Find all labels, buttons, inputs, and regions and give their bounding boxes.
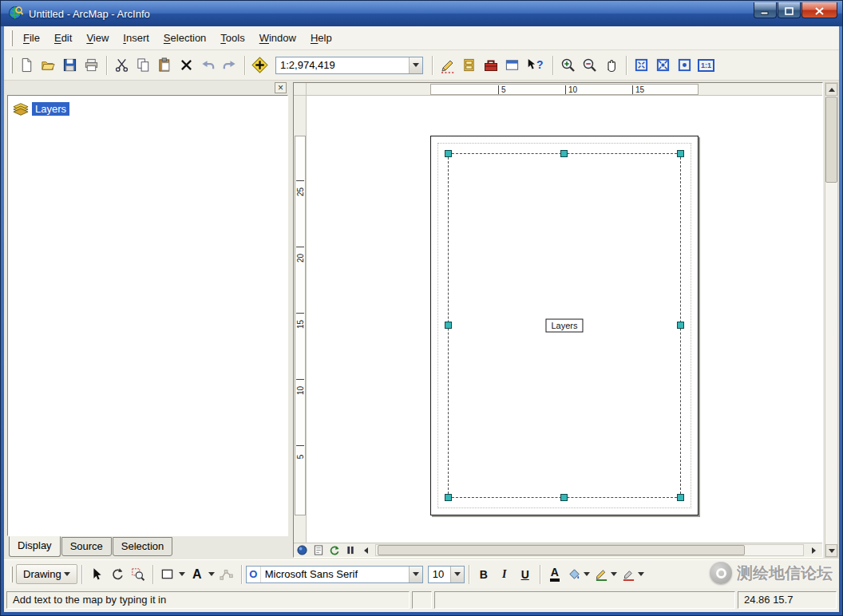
delete-button[interactable] (176, 54, 197, 76)
font-family-value[interactable]: Microsoft Sans Serif (261, 567, 409, 582)
tab-display[interactable]: Display (9, 536, 61, 557)
layout-page[interactable]: Layers (430, 136, 699, 515)
zoom-whole-page-button[interactable] (295, 544, 309, 556)
menu-tools[interactable]: Tools (213, 29, 251, 47)
arctoolbox-button[interactable] (480, 54, 501, 76)
map-scale-dropdown-button[interactable] (409, 57, 422, 73)
maximize-button[interactable] (778, 2, 801, 18)
open-button[interactable] (38, 54, 59, 76)
ruler-tick-line (296, 379, 304, 380)
save-button[interactable] (59, 54, 81, 76)
menu-window[interactable]: Window (252, 29, 303, 47)
selection-handle-bottom-middle[interactable] (560, 494, 568, 501)
minimize-button[interactable] (754, 2, 777, 18)
vscroll-up-button[interactable] (825, 83, 837, 96)
zoom-100-button[interactable]: 1:1 (695, 54, 717, 76)
ruler-tick: 10 (296, 383, 305, 399)
drawing-menu-button[interactable]: Drawing (16, 564, 77, 584)
select-elements-button[interactable] (86, 564, 107, 585)
data-view-toggle-button[interactable] (311, 544, 325, 556)
text-tool-dropdown-button[interactable] (208, 565, 216, 584)
selection-handle-middle-left[interactable] (445, 322, 452, 329)
toc-layers-item[interactable]: Layers (13, 102, 283, 116)
map-scale-value[interactable]: 1:2,974,419 (276, 57, 409, 73)
shape-tool-button[interactable] (157, 564, 178, 585)
save-icon (62, 57, 77, 73)
menu-help[interactable]: Help (303, 29, 339, 47)
redo-button[interactable] (219, 54, 240, 76)
selection-handle-bottom-right[interactable] (677, 494, 684, 501)
fill-color-button[interactable] (565, 564, 592, 585)
fixed-zoom-in-button[interactable] (631, 54, 652, 76)
cut-button[interactable] (111, 54, 133, 76)
horizontal-scrollbar-thumb[interactable] (378, 545, 745, 555)
selection-handle-top-left[interactable] (445, 150, 452, 157)
hscroll-right-button[interactable] (807, 544, 821, 556)
zoom-out-button[interactable] (579, 54, 600, 76)
zoom-in-button[interactable] (557, 54, 579, 76)
command-window-button[interactable] (501, 54, 523, 76)
menubar-grip-handle[interactable] (10, 30, 13, 46)
toolbar-grip-handle[interactable] (10, 57, 13, 73)
edit-vertices-button[interactable] (216, 564, 237, 585)
menu-view[interactable]: View (79, 29, 116, 47)
font-color-a-icon: A (550, 567, 560, 582)
full-extent-button[interactable] (674, 54, 695, 76)
tab-source[interactable]: Source (61, 537, 112, 556)
font-family-combo[interactable]: O Microsoft Sans Serif (246, 566, 423, 583)
status-cell-small (412, 591, 432, 609)
fixed-zoom-out-button[interactable] (652, 54, 674, 76)
new-document-button[interactable] (16, 54, 38, 76)
standard-toolbar: 1:2,974,419 ? (4, 50, 839, 81)
font-color-button[interactable]: A (544, 564, 565, 585)
line-color-button[interactable] (592, 564, 619, 585)
menu-selection[interactable]: Selection (156, 29, 213, 47)
vscroll-down-button[interactable] (825, 544, 837, 557)
pan-button[interactable] (600, 54, 622, 76)
menu-insert[interactable]: Insert (116, 29, 156, 47)
undo-button[interactable] (197, 54, 219, 76)
bold-button[interactable]: B (473, 564, 494, 585)
editor-sketch-button[interactable] (437, 54, 458, 76)
print-button[interactable] (81, 54, 102, 76)
pause-drawing-button[interactable] (343, 544, 357, 556)
ruler-tick: 20 (296, 251, 305, 267)
marker-color-button[interactable] (619, 564, 647, 585)
selection-handle-top-middle[interactable] (560, 150, 568, 157)
ruler-tick: 15 (632, 85, 644, 94)
zoom-to-selected-button[interactable] (128, 564, 148, 585)
menu-file[interactable]: File (16, 29, 47, 47)
selection-handle-top-right[interactable] (677, 150, 684, 157)
layout-canvas[interactable]: Layers (307, 96, 822, 543)
close-button[interactable] (801, 2, 837, 18)
toc-close-icon[interactable]: × (275, 82, 287, 93)
horizontal-scrollbar[interactable] (375, 544, 804, 556)
rotate-element-button[interactable] (107, 564, 128, 585)
toc-header[interactable]: × (7, 82, 288, 93)
font-family-dropdown-button[interactable] (409, 567, 422, 582)
add-data-button[interactable] (249, 54, 271, 76)
italic-button[interactable]: I (494, 564, 515, 585)
map-scale-combo[interactable]: 1:2,974,419 (275, 57, 423, 74)
menu-edit[interactable]: Edit (47, 29, 79, 47)
vertical-scrollbar-thumb[interactable] (825, 97, 837, 183)
selection-handle-bottom-left[interactable] (445, 494, 452, 501)
font-size-combo[interactable]: 10 (428, 566, 465, 583)
data-frame-label[interactable]: Layers (545, 319, 583, 333)
hscroll-left-button[interactable] (359, 544, 373, 556)
underline-button[interactable]: U (515, 564, 536, 585)
whats-this-help-button[interactable]: ? (523, 54, 548, 76)
font-size-value[interactable]: 10 (429, 567, 450, 582)
tab-selection[interactable]: Selection (113, 537, 172, 556)
shape-tool-dropdown-button[interactable] (178, 565, 187, 584)
vertical-scrollbar[interactable] (825, 82, 838, 558)
paste-button[interactable] (154, 54, 176, 76)
arccatalog-button[interactable] (458, 54, 480, 76)
text-tool-button[interactable]: A (187, 564, 208, 585)
copy-button[interactable] (133, 54, 154, 76)
drawbar-grip-handle[interactable] (10, 567, 13, 582)
refresh-view-button[interactable] (327, 544, 341, 556)
selection-handle-middle-right[interactable] (677, 322, 684, 329)
toc-layers-label[interactable]: Layers (32, 102, 69, 116)
font-size-dropdown-button[interactable] (450, 567, 464, 582)
